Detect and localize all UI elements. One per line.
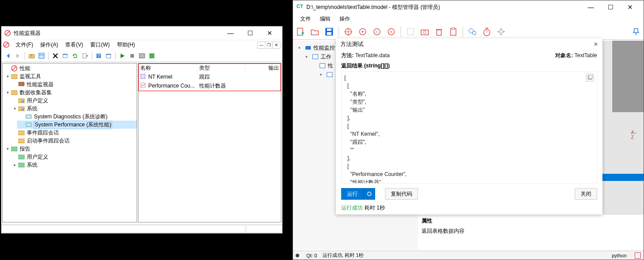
run-duration: 耗时 1秒 <box>364 205 385 211</box>
target2-icon[interactable] <box>357 26 368 38</box>
forward-icon[interactable] <box>14 52 22 60</box>
trash-icon[interactable] <box>433 26 445 38</box>
export-icon[interactable] <box>81 52 89 60</box>
run-options-icon[interactable] <box>364 188 375 200</box>
folder-up-icon[interactable] <box>28 52 36 60</box>
menu-file[interactable]: 文件 <box>297 14 314 24</box>
mdi-minimize-icon[interactable]: — <box>257 42 265 49</box>
tree-monitor-tools[interactable]: ▾监视工具 <box>3 72 137 80</box>
mdi-close-icon[interactable]: ✕ <box>272 42 280 49</box>
mm-titlebar[interactable]: CT D:\_temp\models\textTable.tmodel - 模型… <box>293 0 644 14</box>
copy-code-button[interactable]: 复制代码 <box>385 188 418 200</box>
tree-startup-trace[interactable]: 启动事件跟踪会话 <box>10 137 137 145</box>
stop-icon[interactable] <box>128 52 136 60</box>
tree-sys-perf[interactable]: System Performance (系统性能) <box>17 121 137 129</box>
tree-reports-user[interactable]: 用户定义 <box>10 153 137 161</box>
back-icon[interactable] <box>4 52 12 60</box>
open-icon[interactable] <box>309 26 321 38</box>
close-button[interactable]: 关闭 <box>575 188 597 200</box>
minimize-button[interactable]: — <box>581 0 601 14</box>
minimize-button[interactable]: — <box>221 26 240 40</box>
tree-user-defined[interactable]: 用户定义 <box>10 96 137 105</box>
svg-rect-15 <box>106 54 111 55</box>
object-label: 对象名: <box>555 52 573 59</box>
save-icon[interactable] <box>148 52 156 60</box>
target1-icon[interactable] <box>343 26 354 38</box>
perfmon-menubar: 文件(F) 操作(A) 查看(V) 窗口(W) 帮助(H) — ❐ ✕ <box>1 40 282 50</box>
mdi-restore-icon[interactable]: ❐ <box>265 42 273 49</box>
status-run: 运行成功, 耗时 1秒 <box>322 252 364 259</box>
col-output[interactable]: 输出 <box>246 63 281 72</box>
properties-icon[interactable] <box>38 52 46 60</box>
qt-dot-icon <box>296 254 299 257</box>
new-window-icon[interactable] <box>61 52 69 60</box>
target4-icon[interactable]: R <box>385 26 397 38</box>
menu-view[interactable]: 查看(V) <box>62 40 87 50</box>
tree-root[interactable]: 性能 <box>3 64 137 72</box>
close-button[interactable]: ✕ <box>260 26 280 40</box>
help-icon[interactable]: ? <box>95 52 103 60</box>
svg-rect-40 <box>327 32 331 35</box>
dialog-titlebar[interactable]: 方法测试 ✕ <box>336 38 602 50</box>
perfmon-tree[interactable]: 性能 ▾监视工具 性能监视器 ▾数据收集器集 用户定义 ▾系统 System D… <box>2 63 137 222</box>
method-test-dialog: 方法测试 ✕ 方法: TextTable.data 对象名: TextTable… <box>336 38 602 214</box>
tree-collector-sets[interactable]: ▾数据收集器集 <box>3 88 137 96</box>
svg-rect-67 <box>589 75 592 79</box>
status-qt: Qt: 0 <box>306 253 317 258</box>
dialog-close-icon[interactable]: ✕ <box>594 41 598 47</box>
copy-result-icon[interactable] <box>586 74 594 82</box>
svg-point-58 <box>473 31 476 35</box>
tree-event-trace[interactable]: 事件跟踪会话 <box>10 129 137 137</box>
new-icon[interactable] <box>295 26 306 38</box>
tree-perf-monitor[interactable]: 性能监视器 <box>10 80 137 88</box>
tree-sys-diag[interactable]: System Diagnostics (系统诊断) <box>17 113 137 121</box>
property-label: 属性 <box>422 217 640 225</box>
menu-file[interactable]: 文件(F) <box>12 40 37 50</box>
menu-edit[interactable]: 编辑 <box>316 14 334 24</box>
tree-system[interactable]: ▾系统 <box>10 105 137 113</box>
col-name[interactable]: 名称 <box>138 63 197 72</box>
svg-rect-35 <box>141 74 145 79</box>
details-icon[interactable] <box>138 52 146 60</box>
svg-point-27 <box>21 108 24 111</box>
maximize-button[interactable]: ☐ <box>240 26 260 40</box>
run-button[interactable]: 运行 <box>341 188 364 200</box>
refresh-icon[interactable] <box>71 52 79 60</box>
close-button[interactable]: ✕ <box>620 0 640 14</box>
bubbles-icon[interactable] <box>467 26 478 38</box>
list-row[interactable]: Performance Cou... 性能计数器 <box>138 81 281 90</box>
svg-rect-34 <box>18 163 25 167</box>
play-icon[interactable] <box>118 52 126 60</box>
svg-rect-22 <box>19 82 24 86</box>
camera-icon[interactable] <box>419 26 431 38</box>
maximize-button[interactable]: ☐ <box>601 0 620 14</box>
target3-icon[interactable]: C <box>371 26 383 38</box>
calendar-icon[interactable] <box>105 52 113 60</box>
svg-rect-21 <box>11 75 17 79</box>
menu-op[interactable]: 操作 <box>336 14 354 24</box>
sort-icon[interactable]: A↓Z <box>631 130 640 137</box>
pin-icon[interactable] <box>630 26 642 38</box>
tree-reports-sys[interactable]: ▸系统 <box>10 161 137 169</box>
col-type[interactable]: 类型 <box>197 63 246 72</box>
trace-item-icon <box>140 74 146 80</box>
result-code-box[interactable]: [ [ "名称", "类型", "输出" ], [ "NT Kernel", "… <box>341 71 597 184</box>
delete-icon[interactable] <box>51 52 59 60</box>
result-code: [ [ "名称", "类型", "输出" ], [ "NT Kernel", "… <box>342 72 597 184</box>
menu-help[interactable]: 帮助(H) <box>113 40 139 50</box>
svg-rect-30 <box>18 131 25 135</box>
select-icon[interactable] <box>405 26 416 38</box>
collector-icon <box>25 121 32 128</box>
timer-icon[interactable] <box>481 26 493 38</box>
spark-icon[interactable] <box>495 26 507 38</box>
svg-rect-5 <box>39 53 44 59</box>
save-icon[interactable] <box>323 26 335 38</box>
clipboard-icon[interactable] <box>447 26 459 38</box>
svg-rect-33 <box>18 155 25 159</box>
perfmon-list[interactable]: 名称 类型 输出 NT Kernel 跟踪 Performance Cou...… <box>138 63 281 222</box>
perfmon-titlebar[interactable]: 性能监视器 — ☐ ✕ <box>1 26 282 40</box>
menu-window[interactable]: 窗口(W) <box>87 40 113 50</box>
menu-action[interactable]: 操作(A) <box>37 40 62 50</box>
list-row[interactable]: NT Kernel 跟踪 <box>138 72 281 81</box>
tree-reports[interactable]: ▾报告 <box>3 145 137 153</box>
